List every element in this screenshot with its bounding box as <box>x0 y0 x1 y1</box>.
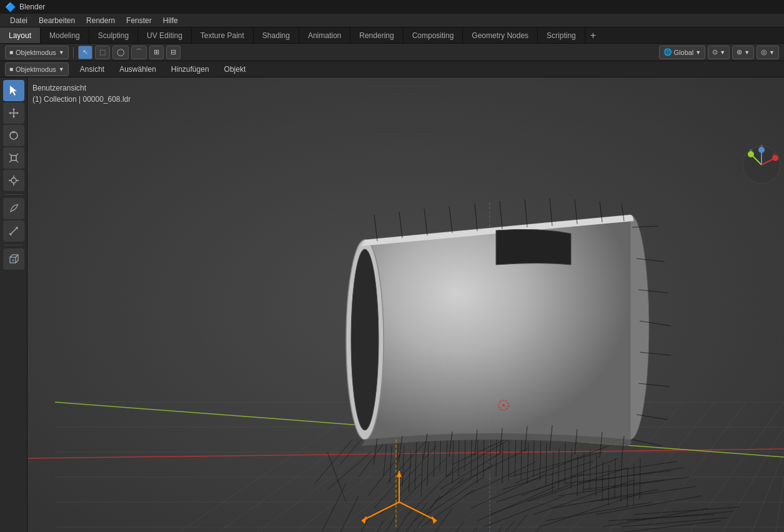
menu-hinzufuegen[interactable]: Hinzufügen <box>167 64 213 75</box>
svg-line-20 <box>10 227 17 235</box>
snap-icon: ⊛ <box>737 48 742 56</box>
tab-scripting[interactable]: Scripting <box>538 27 585 43</box>
proportional-icon: ◎ <box>761 48 767 56</box>
mode-label: Objektmodus <box>16 49 56 56</box>
tab-geometry-nodes[interactable]: Geometry Nodes <box>463 27 538 43</box>
select-cursor-btn[interactable]: ↖ <box>78 46 92 59</box>
object-mode-select[interactable]: ■ Objektmodus ▼ <box>5 62 69 76</box>
svg-text:X: X <box>772 152 776 157</box>
select-lasso-btn[interactable]: ⌒ <box>131 46 147 59</box>
tool-scale[interactable] <box>3 147 24 169</box>
select-extra-btn[interactable]: ⊟ <box>166 46 181 59</box>
proportional-chevron-icon: ▼ <box>769 49 775 56</box>
blender-logo-icon: 🔷 <box>5 2 16 12</box>
svg-point-180 <box>351 249 379 430</box>
mode-icon: ■ <box>9 49 13 56</box>
menu-bearbeiten[interactable]: Bearbeiten <box>34 15 80 26</box>
left-toolbar <box>0 77 27 532</box>
select-extra-icon: ⊟ <box>171 48 176 56</box>
tool-measure[interactable] <box>3 220 24 242</box>
svg-line-30 <box>16 260 18 263</box>
app-title: Blender <box>19 2 45 11</box>
tool-transform[interactable] <box>3 170 24 191</box>
select-lasso-icon: ⌒ <box>136 47 142 57</box>
proportional-btn[interactable]: ◎ ▼ <box>757 46 779 59</box>
main-area: Benutzeransicht (1) Collection | 00000_6… <box>0 77 784 532</box>
tool-rotate[interactable] <box>3 125 24 146</box>
menu-objekt[interactable]: Objekt <box>221 64 250 75</box>
svg-text:Y: Y <box>749 148 753 154</box>
tab-add-button[interactable]: + <box>585 27 601 43</box>
tab-texture-paint[interactable]: Texture Paint <box>192 27 254 43</box>
select-circle-btn[interactable]: ◯ <box>112 46 129 59</box>
svg-line-19 <box>17 204 18 205</box>
title-bar: 🔷 Blender <box>0 0 784 14</box>
menu-datei[interactable]: Datei <box>5 15 32 26</box>
tab-rendering[interactable]: Rendering <box>350 27 403 43</box>
object-mode-label: Objektmodus <box>16 66 56 73</box>
menu-hilfe[interactable]: Hilfe <box>158 15 183 26</box>
global-label: Global <box>674 49 694 56</box>
tab-animation[interactable]: Animation <box>299 27 350 43</box>
tool-move[interactable] <box>3 102 24 124</box>
tool-add-cube[interactable] <box>3 249 24 270</box>
svg-point-14 <box>11 178 16 183</box>
select-circle-icon: ◯ <box>117 48 124 56</box>
tool-cursor[interactable] <box>3 80 24 101</box>
sep1 <box>73 47 74 58</box>
svg-line-26 <box>10 255 12 257</box>
global-transform-btn[interactable]: 🌐 Global ▼ <box>659 46 706 59</box>
svg-line-11 <box>16 154 18 155</box>
toolbar-right: 🌐 Global ▼ ⊙ ▼ ⊛ ▼ ◎ ▼ <box>659 46 779 59</box>
svg-point-219 <box>502 404 505 406</box>
menu-fenster[interactable]: Fenster <box>121 15 157 26</box>
object-mode-chevron: ▼ <box>59 66 64 72</box>
select-more-btn[interactable]: ⊞ <box>149 46 164 59</box>
object-mode-icon: ■ <box>9 66 13 72</box>
svg-marker-0 <box>10 86 17 96</box>
svg-marker-5 <box>9 112 11 114</box>
view-name: Benutzeransicht <box>32 82 131 94</box>
pivot-icon: ⊙ <box>712 48 718 56</box>
svg-line-10 <box>9 154 11 155</box>
collection-info: (1) Collection | 00000_608.ldr <box>32 94 131 105</box>
tab-layout[interactable]: Layout <box>0 27 41 43</box>
tab-compositing[interactable]: Compositing <box>404 27 464 43</box>
svg-marker-4 <box>12 116 15 118</box>
select-box-btn[interactable]: ⬚ <box>95 46 110 59</box>
tool-sep-2 <box>4 245 23 245</box>
menu-ansicht[interactable]: Ansicht <box>76 64 108 75</box>
tool-annotate[interactable] <box>3 198 24 219</box>
global-icon: 🌐 <box>663 48 672 56</box>
select-more-icon: ⊞ <box>154 48 159 56</box>
svg-line-13 <box>16 160 18 162</box>
global-chevron-icon: ▼ <box>695 49 701 56</box>
snap-btn[interactable]: ⊛ ▼ <box>732 46 754 59</box>
mode-select[interactable]: ■ Objektmodus ▼ <box>5 46 69 59</box>
viewport[interactable]: Benutzeransicht (1) Collection | 00000_6… <box>27 77 784 532</box>
menu-rendern[interactable]: Rendern <box>81 15 120 26</box>
header-toolbar: ■ Objektmodus ▼ ↖ ⬚ ◯ ⌒ ⊞ ⊟ 🌐 Global ▼ ⊙… <box>0 44 784 61</box>
object-bar: ■ Objektmodus ▼ Ansicht Auswählen Hinzuf… <box>0 61 784 77</box>
menu-bar: Datei Bearbeiten Rendern Fenster Hilfe <box>0 14 784 27</box>
select-box-icon: ⬚ <box>99 48 106 56</box>
mode-chevron-icon: ▼ <box>59 49 64 56</box>
svg-marker-3 <box>12 108 15 110</box>
svg-marker-6 <box>17 112 19 114</box>
tab-sculpting[interactable]: Sculpting <box>89 27 138 43</box>
svg-text:Z: Z <box>760 144 763 149</box>
pivot-btn[interactable]: ⊙ ▼ <box>708 46 730 59</box>
svg-line-12 <box>9 160 11 162</box>
tab-uv-editing[interactable]: UV Editing <box>138 27 192 43</box>
tool-sep-1 <box>4 194 23 195</box>
snap-chevron-icon: ▼ <box>744 49 750 56</box>
viewport-info: Benutzeransicht (1) Collection | 00000_6… <box>32 82 131 105</box>
pivot-chevron-icon: ▼ <box>720 49 725 56</box>
svg-rect-9 <box>11 155 16 160</box>
scene-svg: X Y Z <box>27 77 784 532</box>
tab-modeling[interactable]: Modeling <box>41 27 89 43</box>
menu-auswaehlen[interactable]: Auswählen <box>116 64 160 75</box>
tab-shading[interactable]: Shading <box>254 27 299 43</box>
workspace-tabs: Layout Modeling Sculpting UV Editing Tex… <box>0 27 784 44</box>
cursor-icon: ↖ <box>82 48 88 56</box>
